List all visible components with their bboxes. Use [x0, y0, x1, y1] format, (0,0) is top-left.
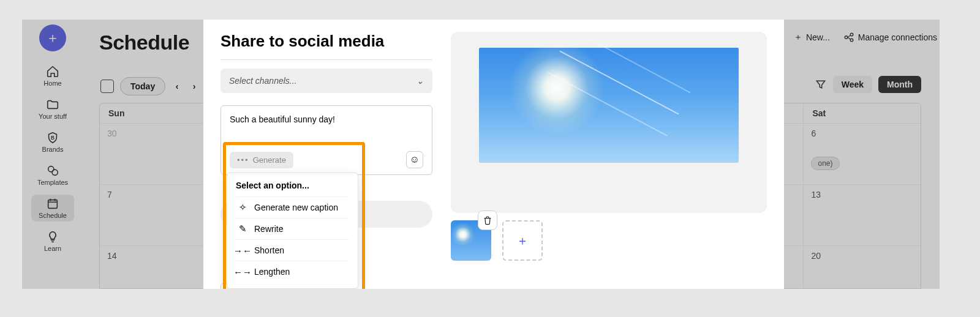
sidebar-item-label: Schedule	[39, 212, 67, 219]
dropdown-title: Select an option...	[236, 181, 349, 190]
calendar-cell[interactable]: 20	[804, 246, 921, 289]
sidebar-item-label: Home	[43, 80, 61, 87]
sidebar-item-label: Templates	[37, 179, 68, 186]
delete-media-button[interactable]	[478, 211, 497, 230]
caption-text-content: Such a beautiful sunny day!	[230, 114, 423, 124]
sidebar-item-label: Learn	[44, 245, 61, 252]
calendar-cell[interactable]: 7	[100, 185, 217, 245]
trash-icon	[483, 215, 492, 225]
event-pill[interactable]: one)	[811, 157, 839, 170]
share-social-modal: Share to social media Select channels...…	[203, 20, 784, 289]
calendar-cell[interactable]: 14	[100, 246, 217, 289]
month-view-button[interactable]: Month	[878, 76, 921, 93]
day-header-sun: Sun	[100, 103, 217, 123]
generate-options-dropdown: Select an option... ✧ Generate new capti…	[227, 173, 358, 289]
option-lengthen[interactable]: ←→ Lengthen	[236, 261, 349, 282]
emoji-icon: ☺	[410, 154, 420, 165]
svg-point-5	[850, 33, 853, 36]
modal-title: Share to social media	[221, 32, 432, 51]
svg-point-2	[52, 170, 58, 175]
option-rewrite[interactable]: ✎ Rewrite	[236, 218, 349, 239]
emoji-picker-button[interactable]: ☺	[406, 151, 423, 168]
save-as-draft-button[interactable]: Save as draft	[369, 288, 433, 289]
new-post-button[interactable]: ＋ New...	[794, 32, 830, 43]
svg-point-4	[845, 36, 848, 39]
arrows-out-icon: ←→	[237, 266, 248, 277]
shield-icon: B	[46, 131, 59, 144]
svg-text:B: B	[51, 135, 55, 141]
header-actions: ＋ New... Manage connections	[794, 32, 940, 43]
post-preview-panel	[451, 32, 767, 213]
filter-icon[interactable]	[815, 78, 827, 91]
today-button[interactable]: Today	[120, 77, 165, 95]
plus-icon: ＋	[794, 32, 802, 43]
calendar-cell[interactable]: 6 one)	[804, 124, 921, 184]
day-header-sat: Sat	[804, 103, 921, 123]
chevron-down-icon: ⌄	[417, 76, 424, 86]
sidebar-item-learn[interactable]: Learn	[31, 228, 74, 255]
preview-image	[479, 48, 739, 163]
manage-connections-label: Manage connections	[858, 32, 937, 42]
sidebar-item-home[interactable]: Home	[31, 62, 74, 89]
view-switcher: Week Month	[815, 76, 921, 93]
caption-textarea[interactable]: Such a beautiful sunny day! ••• Generate…	[221, 105, 432, 175]
sidebar-item-schedule[interactable]: Schedule	[31, 195, 74, 222]
sparkle-refresh-icon: ✧	[237, 202, 248, 213]
svg-point-6	[850, 39, 853, 42]
sidebar-item-templates[interactable]: Templates	[31, 162, 74, 188]
new-post-label: New...	[806, 32, 830, 42]
calendar-cell[interactable]: 30	[100, 124, 217, 184]
info-icon	[423, 288, 432, 289]
manage-connections-button[interactable]: Manage connections	[843, 32, 937, 43]
select-channels-placeholder: Select channels...	[229, 76, 297, 86]
calendar-icon[interactable]	[100, 80, 114, 93]
media-thumbnails-row: ＋	[451, 220, 767, 261]
plus-icon: ＋	[516, 233, 529, 249]
page-title: Schedule	[99, 31, 189, 54]
option-shorten[interactable]: →← Shorten	[236, 239, 349, 261]
home-icon	[46, 65, 59, 78]
lightbulb-icon	[46, 230, 59, 244]
generate-button[interactable]: ••• Generate	[230, 152, 293, 168]
folder-icon	[46, 98, 59, 111]
calendar-cell[interactable]: 13	[804, 185, 921, 245]
ellipsis-icon: •••	[237, 155, 249, 165]
left-sidebar: ＋ Home Your stuff B Brands Templates Sch…	[22, 20, 83, 289]
sidebar-item-label: Brands	[42, 146, 64, 153]
wand-icon: ✎	[237, 223, 248, 234]
prev-arrow-button[interactable]: ‹	[172, 81, 183, 91]
calendar-icon	[46, 197, 59, 211]
sidebar-item-label: Your stuff	[39, 113, 67, 120]
plus-icon: ＋	[46, 29, 59, 47]
sidebar-item-your-stuff[interactable]: Your stuff	[31, 95, 74, 122]
connections-icon	[843, 32, 854, 43]
svg-rect-3	[48, 200, 58, 209]
next-arrow-button[interactable]: ›	[189, 81, 200, 91]
add-media-button[interactable]: ＋	[502, 220, 543, 261]
create-new-button[interactable]: ＋	[39, 24, 66, 51]
week-view-button[interactable]: Week	[833, 76, 872, 93]
sidebar-item-brands[interactable]: B Brands	[31, 129, 74, 155]
arrows-in-icon: →←	[237, 245, 248, 256]
divider	[221, 59, 432, 60]
option-generate-new-caption[interactable]: ✧ Generate new caption	[236, 196, 349, 218]
templates-icon	[46, 164, 59, 177]
select-channels-dropdown[interactable]: Select channels... ⌄	[221, 69, 432, 93]
generate-button-label: Generate	[253, 155, 286, 165]
